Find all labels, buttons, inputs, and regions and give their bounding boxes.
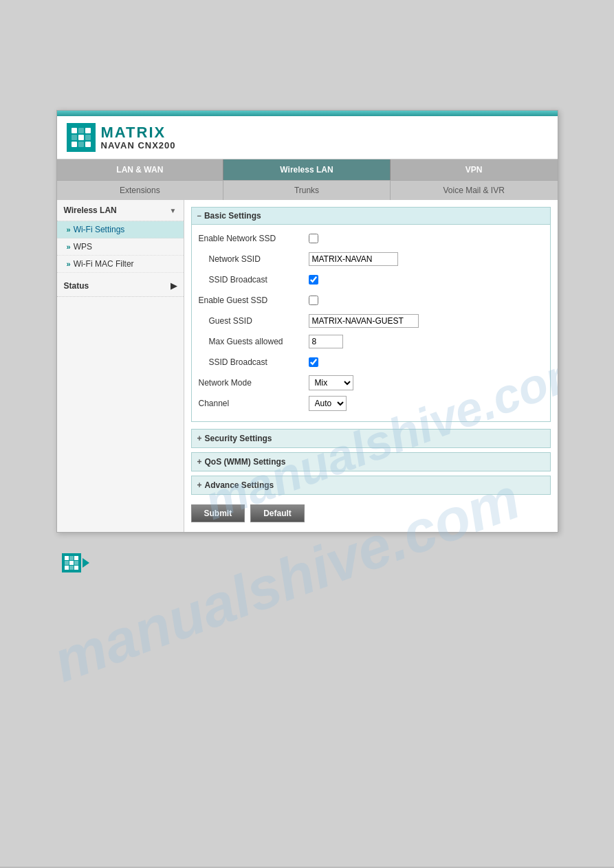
basic-settings-expand-icon: − [197,212,201,220]
ssid-broadcast2-row: SSID Broadcast [199,354,543,370]
tab-wireless-lan[interactable]: Wireless LAN [223,159,391,180]
content-panel: − Basic Settings Enable Network SSD Netw… [184,200,558,532]
network-mode-label: Network Mode [199,378,309,388]
ssid-broadcast2-label: SSID Broadcast [199,357,309,367]
enable-guest-ssid-row: Enable Guest SSD [199,292,543,309]
ssid-broadcast2-checkbox[interactable] [309,357,318,367]
brand-name: MATRIX [101,125,176,140]
tab-extensions[interactable]: Extensions [57,181,224,200]
bottom-area: manualshive.com [0,533,614,586]
tab-trunks[interactable]: Trunks [223,181,391,200]
ssid-broadcast-checkbox[interactable] [309,275,318,285]
sidebar-item-wps[interactable]: » WPS [57,238,184,256]
security-settings-expand-icon: + [197,434,202,443]
nav-tabs-row1: LAN & WAN Wireless LAN VPN [57,159,558,180]
network-mode-select[interactable]: Mix B only G only N only [309,375,353,390]
sidebar-item-wps-label: WPS [74,242,92,252]
max-guests-row: Max Guests allowed [199,333,543,350]
sidebar-item-wifi-mac-filter[interactable]: » Wi-Fi MAC Filter [57,256,184,273]
main-content: Wireless LAN ▼ » Wi-Fi Settings » WPS » … [57,200,558,532]
enable-network-ssid-row: Enable Network SSD [199,230,543,247]
sidebar-section-wireless-lan[interactable]: Wireless LAN ▼ [57,200,184,221]
qos-settings-header[interactable]: + QoS (WMM) Settings [191,452,551,471]
ssid-broadcast-row: SSID Broadcast [199,271,543,288]
chevron-icon: » [67,225,71,234]
sidebar-item-wifi-mac-filter-label: Wi-Fi MAC Filter [74,259,134,269]
default-button[interactable]: Default [250,504,305,522]
enable-network-ssid-label: Enable Network SSD [199,234,309,243]
security-settings-header[interactable]: + Security Settings [191,429,551,448]
sidebar-item-wifi-settings[interactable]: » Wi-Fi Settings [57,221,184,238]
top-gradient-bar [57,111,558,116]
sidebar-collapse-arrow: ▼ [170,207,177,214]
tab-lan-wan[interactable]: LAN & WAN [57,159,224,180]
qos-settings-expand-icon: + [197,457,202,467]
advance-settings-title: Advance Settings [205,480,274,490]
logo-box: MATRIX NAVAN CNX200 [67,123,176,152]
advance-settings-header[interactable]: + Advance Settings [191,476,551,495]
basic-settings-title: Basic Settings [204,211,261,221]
basic-settings-body: Enable Network SSD Network SSID SSID Bro… [192,225,550,421]
logo-text: MATRIX NAVAN CNX200 [101,125,176,151]
product-name: NAVAN CNX200 [101,140,176,151]
advance-settings-expand-icon: + [197,480,202,490]
basic-settings-header[interactable]: − Basic Settings [192,208,550,225]
network-mode-row: Network Mode Mix B only G only N only [199,375,543,391]
max-guests-label: Max Guests allowed [199,337,309,346]
basic-settings-block: − Basic Settings Enable Network SSD Netw… [191,207,551,422]
network-ssid-label: Network SSID [199,254,309,264]
enable-network-ssid-checkbox[interactable] [309,234,318,243]
guest-ssid-label: Guest SSID [199,316,309,326]
matrix-logo-icon [67,123,96,152]
tab-vpn[interactable]: VPN [391,159,558,180]
enable-guest-ssid-label: Enable Guest SSD [199,296,309,305]
sidebar-section-status-label: Status [64,281,89,291]
sidebar-item-wifi-settings-label: Wi-Fi Settings [74,225,125,234]
sidebar: Wireless LAN ▼ » Wi-Fi Settings » WPS » … [57,200,184,532]
button-row: Submit Default [191,499,551,525]
network-ssid-row: Network SSID [199,251,543,267]
channel-row: Channel Auto 1 2 3 4 5 6 [199,395,543,412]
enable-guest-ssid-checkbox[interactable] [309,296,318,305]
submit-button[interactable]: Submit [191,504,245,522]
bottom-logo-arrow [83,558,89,568]
nav-tabs-row2: Extensions Trunks Voice Mail & IVR [57,180,558,200]
security-settings-title: Security Settings [205,434,272,443]
network-ssid-input[interactable] [309,252,398,266]
bottom-logo-icon [62,553,81,572]
chevron-icon: » [67,243,71,251]
qos-settings-title: QoS (WMM) Settings [205,457,286,467]
max-guests-input[interactable] [309,335,343,348]
guest-ssid-input[interactable] [309,314,419,328]
sidebar-section-wireless-lan-label: Wireless LAN [64,205,117,215]
guest-ssid-row: Guest SSID [199,313,543,329]
tab-voicemail-ivr[interactable]: Voice Mail & IVR [391,181,558,200]
sidebar-status-arrow: ▶ [171,281,177,291]
chevron-icon: » [67,260,71,268]
channel-label: Channel [199,399,309,408]
sidebar-section-status[interactable]: Status ▶ [57,276,184,297]
header: MATRIX NAVAN CNX200 [57,116,558,159]
ssid-broadcast-label: SSID Broadcast [199,275,309,285]
channel-select[interactable]: Auto 1 2 3 4 5 6 [309,396,347,411]
bottom-logo [62,553,614,572]
